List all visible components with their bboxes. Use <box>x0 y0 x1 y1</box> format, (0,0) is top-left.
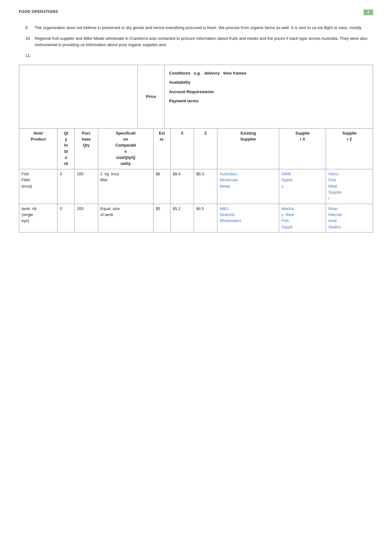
conditions-line-4: Payment terms <box>169 98 368 104</box>
conditions-line-3: Account Requirements <box>169 89 368 95</box>
cell-z-2: $4.5 <box>194 204 217 232</box>
item-text-9: The organization does not believe in pre… <box>35 25 373 31</box>
document-title: FOOD OPERATIONS <box>19 9 58 14</box>
col-header-supplier-x: Supplier X <box>279 128 326 169</box>
conditions-cell: Conditions e.g. delivery time frames Ava… <box>165 65 373 128</box>
col-header-spec: SpecificationComparablesize/Qty/Quality <box>98 128 153 169</box>
cell-exist-2: $5 <box>154 204 171 232</box>
cell-existing-supplier-2: M&GSeafoodWholesalers <box>217 204 279 232</box>
cell-supplier-z-1: HolcoFineMeatSupplier <box>326 169 373 204</box>
page-number: 2 <box>364 9 373 15</box>
cell-spec-2: Equal sizeof lamb <box>98 204 153 232</box>
list-item-11: 11. <box>25 52 373 59</box>
price-header-cell: Price <box>138 65 165 128</box>
item-number-11: 11. <box>25 52 35 59</box>
list-item-9: 9. The organization does not believe in … <box>25 25 373 31</box>
cell-item-1: FishFillet(trout) <box>19 169 57 204</box>
item-number-10: 10. <box>25 35 35 48</box>
cell-supplier-x-2: MacKay ReefFishSuppli <box>279 204 326 232</box>
col-header-x: X <box>170 128 194 169</box>
cell-qty-1: 0 <box>57 169 75 204</box>
cell-spec-1: 2 kg troutfillet <box>98 169 153 204</box>
col-header-exist: Exist. <box>154 128 171 169</box>
cell-qty-2: 0 <box>57 204 75 232</box>
cell-purch-1: 100 <box>75 169 98 204</box>
table-row: FishFillet(trout) 0 100 2 kg troutfillet… <box>19 169 373 204</box>
col-header-item: Item/Product <box>19 128 57 169</box>
cell-item-2: lamb rib(singleeye) <box>19 204 57 232</box>
list-item-10: 10. Regional fruit supplier and Mike Mea… <box>25 35 373 48</box>
cell-exist-1: $8 <box>154 169 171 204</box>
item-text-10: Regional fruit supplier and Mike Meats w… <box>35 35 373 48</box>
cell-supplier-z-2: NhanInternationalSeafoo <box>326 204 373 232</box>
col-header-z: Z <box>194 128 217 169</box>
numbered-list: 9. The organization does not believe in … <box>25 25 373 59</box>
item-text-11 <box>35 52 373 59</box>
cell-z-1: $8.3 <box>194 169 217 204</box>
top-section: Price Conditions e.g. delivery time fram… <box>19 65 373 128</box>
cell-supplier-x-1: AWMSydney <box>279 169 326 204</box>
table-header-row: Item/Product QtyInStock PurchaseQty Spec… <box>19 128 373 169</box>
table-row: lamb rib(singleeye) 0 200 Equal sizeof l… <box>19 204 373 232</box>
page-header: FOOD OPERATIONS 2 <box>19 9 373 15</box>
item-number-9: 9. <box>25 25 35 31</box>
main-table: Item/Product QtyInStock PurchaseQty Spec… <box>19 128 373 233</box>
top-left-empty <box>19 65 138 128</box>
cell-x-1: $8.4 <box>170 169 194 204</box>
col-header-purch: PurchaseQty <box>75 128 98 169</box>
cell-existing-supplier-1: AustralianWholesaleMeats <box>217 169 279 204</box>
price-label: Price <box>146 94 156 99</box>
conditions-line-2: Availability <box>169 79 368 86</box>
cell-purch-2: 200 <box>75 204 98 232</box>
conditions-line-1: Conditions e.g. delivery time frames <box>169 70 368 76</box>
col-header-qty: QtyInStock <box>57 128 75 169</box>
cell-x-2: $5.2 <box>170 204 194 232</box>
col-header-supplier-z: Supplier Z <box>326 128 373 169</box>
col-header-existing-supplier: ExistingSupplier <box>217 128 279 169</box>
